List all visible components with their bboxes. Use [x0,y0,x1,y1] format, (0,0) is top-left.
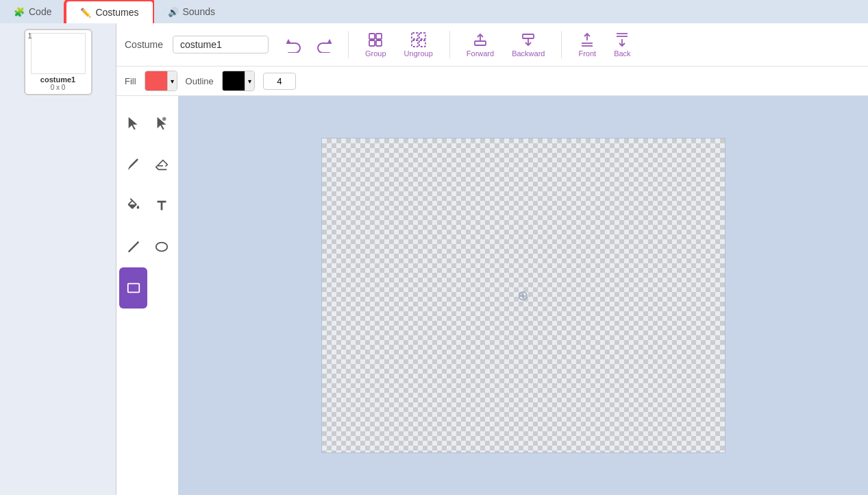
brush-tool[interactable] [119,144,147,185]
separator1 [348,31,349,58]
eraser-tool[interactable] [147,144,175,185]
separator2 [449,31,450,58]
toolbar-fill: Fill ▾ Outline ▾ [116,67,868,96]
svg-rect-5 [419,33,425,39]
forward-button[interactable]: Forward [461,29,499,60]
tab-costumes[interactable]: ✏️ Costumes [65,0,153,23]
costume-number: 1 [28,32,32,40]
ungroup-label: Ungroup [404,49,433,58]
backward-label: Backward [512,49,545,58]
tab-code-label: Code [29,6,51,17]
canvas-tools-area: ⊕ [116,96,868,495]
svg-point-19 [156,243,167,252]
svg-rect-2 [369,40,375,46]
svg-rect-1 [376,34,382,39]
undo-redo-group [281,34,337,56]
main-area: 1 costume1 0 x 0 Costume [0,23,868,495]
canvas-inner[interactable]: ⊕ [321,138,726,453]
group-button[interactable]: Group [360,29,392,60]
canvas-container[interactable]: ⊕ [178,96,868,495]
costume-name-label: costume1 [40,75,75,84]
costume-panel: 1 costume1 0 x 0 [0,23,116,495]
undo-button[interactable] [281,34,308,56]
tools-sidebar [116,96,178,495]
svg-rect-4 [412,33,418,39]
fill-arrow-icon: ▾ [167,71,177,90]
crosshair-icon: ⊕ [517,287,529,304]
separator3 [561,31,562,58]
back-button[interactable]: Back [608,29,636,60]
svg-rect-6 [412,40,418,47]
line-tool[interactable] [119,226,147,267]
fill-color-button[interactable]: ▾ [145,71,177,91]
ellipse-tool[interactable] [147,226,175,267]
svg-marker-14 [128,117,137,130]
outline-color-button[interactable]: ▾ [222,71,255,91]
svg-rect-20 [127,284,139,293]
svg-rect-8 [475,41,486,45]
outline-label: Outline [186,76,214,86]
fill-tool[interactable] [119,185,147,226]
tab-bar: 🧩 Code ✏️ Costumes 🔊 Sounds [0,0,868,23]
tab-code[interactable]: 🧩 Code [0,0,65,23]
sounds-icon: 🔊 [168,7,179,17]
text-tool[interactable] [147,185,175,226]
tab-costumes-label: Costumes [95,7,138,18]
costume-item[interactable]: 1 costume1 0 x 0 [24,29,92,95]
tab-sounds-label: Sounds [183,6,215,17]
redo-button[interactable] [310,34,337,56]
rectangle-tool[interactable] [119,267,147,309]
svg-rect-0 [369,34,375,39]
svg-rect-3 [376,40,382,46]
costume-label: Costume [125,39,163,50]
outline-arrow-icon: ▾ [245,71,254,90]
backward-button[interactable]: Backward [506,29,550,60]
tab-sounds[interactable]: 🔊 Sounds [154,0,229,23]
editor-area: Costume [116,23,868,495]
costume-size-label: 0 x 0 [51,84,66,91]
costume-name-input[interactable] [173,36,269,53]
select-tool[interactable] [119,103,147,144]
outline-size-input[interactable] [263,73,296,90]
front-button[interactable]: Front [573,29,602,60]
back-label: Back [614,49,630,58]
costume-preview [31,33,86,74]
svg-point-16 [162,117,166,121]
fill-swatch [145,71,167,90]
forward-label: Forward [467,49,494,58]
svg-line-18 [128,242,138,252]
outline-swatch [223,71,245,90]
fill-label: Fill [125,76,136,86]
costumes-icon: ✏️ [80,8,91,18]
ungroup-button[interactable]: Ungroup [399,29,438,60]
toolbar-top: Costume [116,23,868,67]
svg-rect-9 [523,34,534,38]
svg-rect-7 [419,40,425,47]
code-icon: 🧩 [14,7,25,17]
group-label: Group [365,49,386,58]
reshape-tool[interactable] [147,103,175,144]
front-label: Front [578,49,596,58]
